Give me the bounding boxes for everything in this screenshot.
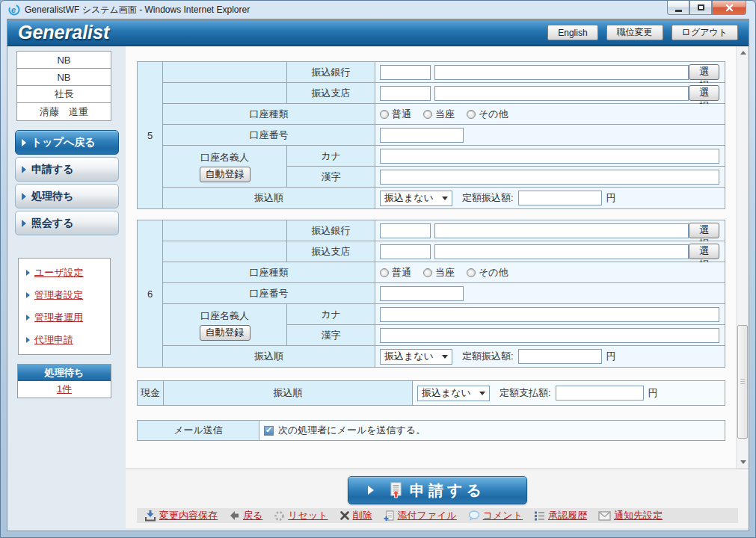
- chevron-right-icon: [26, 292, 30, 298]
- account-holder-cell: 口座名義人 自動登録: [163, 304, 287, 346]
- radio-other[interactable]: その他: [467, 108, 508, 121]
- radio-ordinary[interactable]: 普通: [380, 108, 411, 121]
- kanji-label: 漢字: [287, 167, 375, 188]
- chevron-up-icon: [740, 51, 746, 55]
- kanji-value-cell: [375, 167, 725, 188]
- english-button[interactable]: English: [547, 25, 597, 40]
- link-admin-settings[interactable]: 管理者設定: [26, 288, 110, 302]
- account-holder-cell: 口座名義人 自動登録: [163, 146, 287, 188]
- back-link[interactable]: 戻る: [229, 509, 262, 522]
- scroll-down-button[interactable]: [737, 456, 749, 469]
- kana-input[interactable]: [380, 149, 719, 164]
- scrollbar-thumb[interactable]: [737, 325, 748, 439]
- transfer-section-6: 6 振込銀行 選択 振込支店: [137, 220, 725, 368]
- radio-current[interactable]: 当座: [423, 108, 455, 121]
- delete-link[interactable]: 削除: [339, 509, 372, 522]
- bank-select-button[interactable]: 選択: [689, 64, 719, 80]
- kanji-input[interactable]: [380, 328, 719, 343]
- link-user-settings[interactable]: ユーザ設定: [26, 266, 110, 279]
- account-type-label: 口座種類: [163, 104, 375, 125]
- close-button[interactable]: [712, 1, 746, 15]
- kana-input[interactable]: [380, 307, 719, 322]
- chevron-right-icon: [22, 139, 26, 146]
- bank-select-button[interactable]: 選択: [689, 223, 719, 238]
- transfer-order-select[interactable]: 振込まない: [380, 349, 452, 365]
- save-icon: [144, 510, 156, 522]
- link-admin-operation[interactable]: 管理者運用: [26, 311, 110, 324]
- radio-label: その他: [479, 108, 508, 121]
- chevron-down-icon: [442, 355, 448, 359]
- minimize-button[interactable]: [667, 1, 689, 15]
- auto-register-button[interactable]: 自動登録: [200, 325, 251, 341]
- kanji-input[interactable]: [380, 170, 719, 185]
- link-label: 代理申請: [34, 333, 73, 347]
- change-position-button[interactable]: 職位変更: [606, 25, 663, 40]
- reset-link[interactable]: リセット: [274, 509, 328, 522]
- radio-other[interactable]: その他: [467, 266, 508, 279]
- radio-ordinary[interactable]: 普通: [380, 266, 411, 279]
- transfer-order-select[interactable]: 振込まない: [380, 191, 452, 206]
- branch-label: 振込支店: [287, 241, 375, 262]
- account-number-label: 口座番号: [163, 283, 375, 304]
- bank-label: 振込銀行: [287, 220, 375, 241]
- attachment-icon: [384, 510, 395, 522]
- fixed-payment-amount-input[interactable]: [556, 386, 644, 401]
- chevron-right-icon: [22, 166, 26, 173]
- sidebar-item-pending[interactable]: 処理待ち: [15, 184, 119, 208]
- sidebar-item-back-to-top[interactable]: トップへ戻る: [15, 130, 119, 155]
- header-buttons: English 職位変更 ログアウト: [547, 25, 738, 40]
- cash-order-label: 振込順: [164, 381, 413, 405]
- logout-button[interactable]: ログアウト: [672, 25, 738, 40]
- radio-label: 当座: [435, 108, 455, 121]
- grip-icon: [740, 379, 745, 385]
- settings-links-box: ユーザ設定 管理者設定 管理者運用 代理申請: [18, 258, 111, 355]
- vertical-scrollbar[interactable]: [736, 46, 749, 469]
- scroll-up-button[interactable]: [737, 46, 749, 59]
- account-number-input[interactable]: [380, 286, 464, 301]
- maximize-button[interactable]: [689, 1, 712, 15]
- yen-label: 円: [606, 191, 616, 205]
- fixed-transfer-amount-input[interactable]: [518, 191, 602, 205]
- nav-label: トップへ戻る: [31, 136, 96, 149]
- fixed-transfer-amount-input[interactable]: [518, 349, 602, 364]
- pending-box-title: 処理待ち: [18, 365, 111, 381]
- cash-order-select[interactable]: 振込まない: [417, 386, 490, 401]
- submit-application-button[interactable]: 申請する: [348, 476, 527, 504]
- yen-label: 円: [606, 350, 616, 363]
- approval-history-link[interactable]: 承認履歴: [534, 509, 587, 522]
- form-viewport: 5 振込銀行 選択 振込支店: [126, 46, 749, 469]
- chevron-down-icon: [479, 392, 485, 395]
- kana-value-cell: [375, 146, 725, 167]
- comment-link[interactable]: コメント: [468, 509, 523, 522]
- transfer-section-5: 5 振込銀行 選択 振込支店: [137, 61, 725, 209]
- radio-current[interactable]: 当座: [423, 266, 455, 279]
- mail-notify-checkbox[interactable]: [264, 426, 274, 436]
- radio-icon: [467, 268, 476, 277]
- branch-select-button[interactable]: 選択: [689, 85, 719, 101]
- link-label: ユーザ設定: [34, 266, 84, 279]
- account-holder-label: 口座名義人: [200, 309, 249, 323]
- auto-register-button[interactable]: 自動登録: [200, 167, 251, 182]
- chevron-down-icon: [442, 197, 448, 200]
- notification-settings-link[interactable]: 通知先設定: [598, 509, 663, 522]
- submit-label: 申請する: [410, 480, 485, 501]
- toolbar-link-label: コメント: [483, 509, 523, 522]
- sidebar-item-apply[interactable]: 申請する: [15, 157, 119, 182]
- mail-section: メール送信 次の処理者にメールを送信する。: [137, 420, 725, 441]
- transfer-order-value-cell: 振込まない 定額振込額: 円: [375, 346, 725, 367]
- attachment-link[interactable]: 添付ファイル: [384, 509, 457, 522]
- radio-icon: [380, 268, 389, 277]
- bank-value-cell: 選択: [375, 62, 725, 83]
- spacer-cell: [163, 241, 287, 262]
- pending-count-link[interactable]: 1件: [57, 383, 72, 396]
- select-value: 振込まない: [384, 191, 434, 205]
- account-number-input[interactable]: [380, 128, 464, 143]
- toolbar-link-label: 添付ファイル: [398, 509, 457, 522]
- mail-checkbox-label: 次の処理者にメールを送信する。: [278, 424, 425, 437]
- kanji-label: 漢字: [287, 325, 375, 346]
- account-number-value-cell: [375, 125, 725, 146]
- save-changes-link[interactable]: 変更内容保存: [144, 509, 218, 522]
- link-proxy-application[interactable]: 代理申請: [26, 333, 110, 347]
- branch-select-button[interactable]: 選択: [689, 244, 719, 259]
- sidebar-item-inquire[interactable]: 照会する: [15, 211, 119, 235]
